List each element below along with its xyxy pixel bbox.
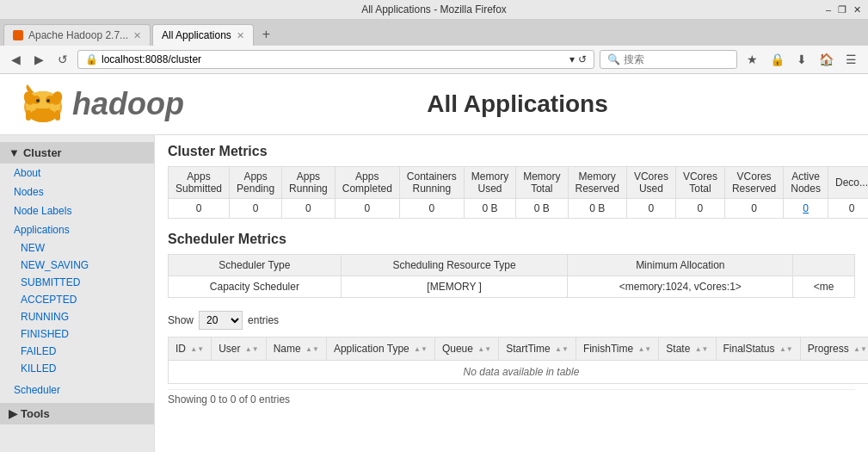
address-input[interactable] <box>102 53 566 65</box>
tab-all-applications[interactable]: All Applications ✕ <box>152 24 254 46</box>
sidebar-item-finished[interactable]: FINISHED <box>0 325 154 343</box>
val-apps-pending: 0 <box>230 199 282 219</box>
app-col-progress[interactable]: Progress ▲▼ <box>800 337 868 361</box>
sidebar-item-submitted[interactable]: SUBMITTED <box>0 274 154 291</box>
bookmark-icon[interactable]: ★ <box>742 50 762 69</box>
search-input[interactable] <box>624 53 729 65</box>
val-apps-completed: 0 <box>335 199 399 219</box>
maximize-btn[interactable]: ❐ <box>838 4 846 15</box>
back-button[interactable]: ◀ <box>7 51 25 68</box>
sidebar-cluster-header[interactable]: ▼ Cluster <box>0 142 154 164</box>
sched-col-min-alloc: Minimum Allocation <box>568 255 793 276</box>
sched-col-type: Scheduler Type <box>169 255 342 276</box>
sidebar-tools-section: ▶ Tools <box>0 403 154 424</box>
no-data-cell: No data available in table <box>169 361 869 384</box>
scheduler-row: Capacity Scheduler [MEMORY ] <memory:102… <box>169 276 855 298</box>
scheduler-metrics-title: Scheduler Metrics <box>168 232 855 247</box>
dropdown-icon[interactable]: ▾ <box>569 53 575 65</box>
val-apps-running: 0 <box>282 199 336 219</box>
col-memory-reserved: MemoryReserved <box>568 167 626 199</box>
sidebar-item-new-saving[interactable]: NEW_SAVING <box>0 257 154 274</box>
app-col-queue[interactable]: Queue ▲▼ <box>434 337 498 361</box>
applications-table: ID ▲▼ User ▲▼ Name ▲▼ Application Type ▲… <box>168 337 868 384</box>
reload-small-icon[interactable]: ↺ <box>578 53 587 65</box>
menu-icon[interactable]: ☰ <box>841 50 861 69</box>
window-controls[interactable]: – ❐ ✕ <box>826 4 861 15</box>
app-col-user[interactable]: User ▲▼ <box>212 337 267 361</box>
search-icon: 🔍 <box>607 53 620 65</box>
browser-title: All Applications - Mozilla Firefox <box>361 3 507 15</box>
address-bar: ◀ ▶ ↺ 🔒 ▾ ↺ 🔍 ★ 🔒 ⬇ 🏠 ☰ <box>0 46 868 74</box>
hadoop-elephant-icon <box>17 83 69 126</box>
tab-close-all-apps[interactable]: ✕ <box>237 30 244 41</box>
minimize-btn[interactable]: – <box>826 4 831 15</box>
sort-final-status-icon: ▲▼ <box>779 346 793 353</box>
hadoop-wordmark: hadoop <box>72 86 184 122</box>
svg-rect-5 <box>26 110 31 121</box>
col-memory-total: MemoryTotal <box>516 167 568 199</box>
sidebar-item-killed[interactable]: KILLED <box>0 360 154 377</box>
val-apps-submitted: 0 <box>169 199 230 219</box>
search-box[interactable]: 🔍 <box>600 50 737 69</box>
sched-col-extra <box>793 255 855 276</box>
download-icon[interactable]: ⬇ <box>792 50 811 69</box>
shield-icon[interactable]: 🔒 <box>766 50 789 69</box>
forward-button[interactable]: ▶ <box>30 51 48 68</box>
col-apps-pending: AppsPending <box>230 167 282 199</box>
svg-point-10 <box>46 99 50 102</box>
sort-progress-icon: ▲▼ <box>853 346 867 353</box>
address-box[interactable]: 🔒 ▾ ↺ <box>77 50 594 69</box>
tab-favicon <box>13 30 23 40</box>
close-btn[interactable]: ✕ <box>853 4 861 15</box>
app-col-name[interactable]: Name ▲▼ <box>266 337 326 361</box>
tab-hadoop[interactable]: Apache Hadoop 2.7... ✕ <box>3 24 151 46</box>
sched-val-extra: <me <box>793 276 855 298</box>
sort-app-type-icon: ▲▼ <box>414 346 428 353</box>
scheduler-metrics-table: Scheduler Type Scheduling Resource Type … <box>168 254 855 298</box>
sidebar-item-running[interactable]: RUNNING <box>0 308 154 325</box>
sidebar-item-applications[interactable]: Applications <box>0 220 154 239</box>
app-col-state[interactable]: State ▲▼ <box>659 337 716 361</box>
svg-point-9 <box>36 99 40 102</box>
svg-point-4 <box>30 108 56 122</box>
home-icon[interactable]: 🏠 <box>815 50 838 69</box>
app-col-start-time[interactable]: StartTime ▲▼ <box>499 337 576 361</box>
app-col-final-status[interactable]: FinalStatus ▲▼ <box>716 337 800 361</box>
sort-user-icon: ▲▼ <box>245 346 259 353</box>
col-vcores-reserved: VCoresReserved <box>724 167 783 199</box>
val-vcores-used: 0 <box>626 199 675 219</box>
tab-close-hadoop[interactable]: ✕ <box>133 30 141 41</box>
val-vcores-reserved: 0 <box>724 199 783 219</box>
hadoop-logo: hadoop <box>17 83 184 126</box>
app-col-app-type[interactable]: Application Type ▲▼ <box>326 337 434 361</box>
sched-val-type: Capacity Scheduler <box>169 276 342 298</box>
sidebar-item-new[interactable]: NEW <box>0 239 154 257</box>
sidebar-cluster-section: ▼ Cluster About Nodes Node Labels Applic… <box>0 142 154 377</box>
sidebar-item-failed[interactable]: FAILED <box>0 343 154 360</box>
sched-col-resource-type: Scheduling Resource Type <box>341 255 568 276</box>
app-col-finish-time[interactable]: FinishTime ▲▼ <box>576 337 658 361</box>
val-memory-total: 0 B <box>516 199 568 219</box>
entries-select[interactable]: 20 50 100 <box>199 311 243 330</box>
sidebar-tools-header[interactable]: ▶ Tools <box>0 403 154 424</box>
sort-id-icon: ▲▼ <box>190 346 204 353</box>
app-col-id[interactable]: ID ▲▼ <box>169 337 212 361</box>
tools-arrow-icon: ▶ <box>9 407 17 420</box>
sidebar-item-nodes[interactable]: Nodes <box>0 183 154 201</box>
sidebar-scheduler[interactable]: Scheduler <box>0 381 154 399</box>
val-vcores-total: 0 <box>675 199 724 219</box>
reload-button[interactable]: ↺ <box>53 51 72 68</box>
entries-label: entries <box>248 314 279 326</box>
val-memory-used: 0 B <box>464 199 515 219</box>
metrics-row: 0 0 0 0 0 0 B 0 B 0 B 0 0 0 0 0 <box>169 199 869 219</box>
sidebar-item-node-labels[interactable]: Node Labels <box>0 201 154 220</box>
val-active-nodes[interactable]: 0 <box>784 199 828 219</box>
sidebar-item-about[interactable]: About <box>0 164 154 183</box>
browser-titlebar: All Applications - Mozilla Firefox – ❐ ✕ <box>0 0 868 20</box>
col-apps-submitted: AppsSubmitted <box>169 167 230 199</box>
col-apps-running: AppsRunning <box>282 167 336 199</box>
sidebar-item-accepted[interactable]: ACCEPTED <box>0 291 154 308</box>
new-tab-button[interactable]: + <box>255 23 277 46</box>
col-memory-used: MemoryUsed <box>464 167 515 199</box>
page-title: All Applications <box>184 90 851 118</box>
